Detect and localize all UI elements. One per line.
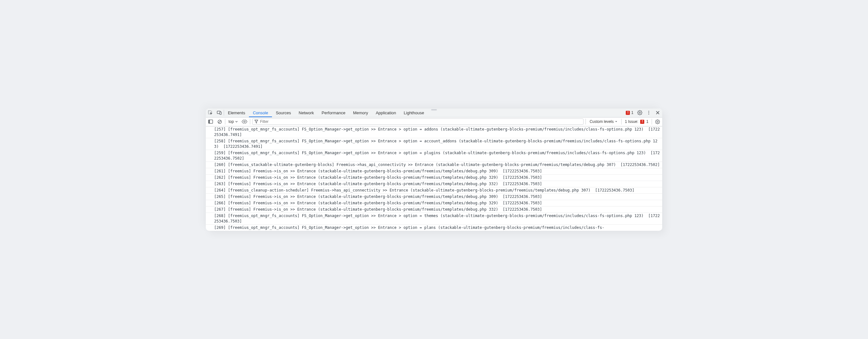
issues-count: 1 [646, 120, 648, 124]
live-expression-eye-icon[interactable] [241, 118, 248, 125]
error-count-value: 1 [631, 110, 633, 115]
console-log-row[interactable]: [261] [freemius] Freemius->is_on >> Entr… [206, 168, 662, 175]
tab-network[interactable]: Network [295, 108, 318, 117]
console-log-row[interactable]: [265] [freemius] Freemius->is_on >> Entr… [206, 194, 662, 200]
tab-sources[interactable]: Sources [272, 108, 295, 117]
divider [250, 119, 250, 125]
divider [586, 119, 586, 125]
console-log-row[interactable]: [264] [freemius_cleanup-action-scheduler… [206, 188, 662, 194]
console-settings-gear-icon[interactable] [654, 118, 661, 125]
settings-gear-icon[interactable] [636, 108, 644, 117]
tab-memory[interactable]: Memory [349, 108, 372, 117]
context-selector[interactable]: top [227, 120, 239, 124]
tab-console[interactable]: Console [249, 108, 272, 117]
tab-elements[interactable]: Elements [224, 108, 249, 117]
console-toolbar: top Custom levels 1 Issue: ! 1 [206, 117, 662, 126]
svg-point-4 [648, 112, 649, 113]
filter-funnel-icon [254, 120, 258, 124]
drag-handle[interactable] [429, 108, 439, 110]
svg-point-3 [648, 111, 649, 112]
divider [621, 119, 622, 125]
console-log-list[interactable]: [257] [freemius_opt_mngr_fs_accounts] FS… [206, 126, 662, 231]
clear-console-icon[interactable] [216, 118, 223, 125]
tab-performance[interactable]: Performance [318, 108, 349, 117]
console-log-row[interactable]: [269] [freemius_opt_mngr_fs_accounts] FS… [206, 225, 662, 231]
console-log-row[interactable]: [266] [freemius] Freemius->is_on >> Entr… [206, 200, 662, 206]
device-toolbar-icon[interactable] [215, 108, 224, 117]
svg-point-9 [244, 121, 245, 123]
svg-rect-7 [209, 120, 210, 124]
tab-application[interactable]: Application [372, 108, 400, 117]
inspect-element-icon[interactable] [206, 108, 215, 117]
filter-box[interactable] [252, 118, 584, 125]
console-log-row[interactable]: [263] [freemius] Freemius->is_on >> Entr… [206, 181, 662, 188]
close-devtools-icon[interactable] [653, 108, 662, 117]
filter-input[interactable] [260, 120, 581, 124]
console-log-row[interactable]: [260] [freemius_stackable-ultimate-guten… [206, 162, 662, 168]
console-log-row[interactable]: [258] [freemius_opt_mngr_fs_accounts] FS… [206, 138, 662, 150]
tab-lighthouse[interactable]: Lighthouse [400, 108, 428, 117]
console-log-row[interactable]: [262] [freemius] Freemius->is_on >> Entr… [206, 175, 662, 181]
context-label: top [228, 120, 234, 124]
chevron-down-icon [615, 120, 617, 123]
error-count-badge[interactable]: ! 1 [626, 110, 633, 115]
console-log-row[interactable]: [257] [freemius_opt_mngr_fs_accounts] FS… [206, 126, 662, 138]
error-icon: ! [640, 120, 644, 124]
error-icon: ! [626, 111, 630, 115]
console-log-row[interactable]: [268] [freemius_opt_mngr_fs_accounts] FS… [206, 213, 662, 225]
issues-counter[interactable]: 1 Issue: ! 1 [623, 120, 650, 124]
more-menu-icon[interactable] [644, 108, 653, 117]
issues-label: 1 Issue: [625, 120, 638, 124]
chevron-down-icon [235, 120, 238, 123]
log-levels-selector[interactable]: Custom levels [588, 120, 619, 124]
svg-point-5 [648, 114, 649, 114]
sidebar-toggle-icon[interactable] [207, 118, 214, 125]
devtools-window: Elements Console Sources Network Perform… [206, 108, 662, 231]
svg-rect-2 [220, 112, 221, 114]
console-log-row[interactable]: [267] [freemius] Freemius->is_on >> Entr… [206, 206, 662, 213]
console-log-row[interactable]: [259] [freemius_opt_mngr_fs_accounts] FS… [206, 150, 662, 162]
divider [652, 119, 652, 125]
log-levels-label: Custom levels [590, 120, 614, 124]
divider [225, 119, 225, 125]
